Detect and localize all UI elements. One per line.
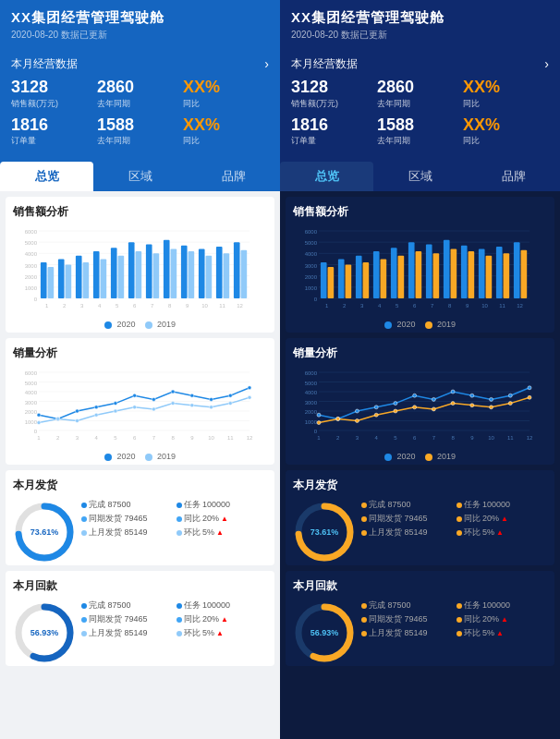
tab-品牌[interactable]: 品牌 [187,162,280,191]
collection-stat-item: 完成 87500 [361,600,453,612]
delivery-stat-item: 同比 20% ▲ [177,513,268,525]
legend-item: 2020 [104,320,136,329]
svg-rect-35 [164,240,170,298]
svg-text:9: 9 [190,435,194,441]
tabs: 总览 区域 品牌 [0,162,280,191]
svg-text:5000: 5000 [25,240,38,246]
svg-point-194 [317,421,321,425]
collection-content: 56.93% 完成 87500 任务 100000 同期发货 79465 同比 … [13,600,267,662]
collection-stat-item: 环比 5% ▲ [177,627,268,639]
svg-rect-126 [356,256,362,298]
svg-rect-26 [111,248,117,298]
svg-rect-17 [58,260,65,299]
svg-point-203 [490,406,493,409]
svg-text:7: 7 [152,435,156,441]
delivery-stat-item: 完成 87500 [361,499,453,511]
stat-value: XX% [463,115,549,136]
svg-rect-139 [433,254,440,299]
stat-item: 1588 去年同期 [97,115,183,148]
svg-text:8: 8 [448,303,452,309]
collection-stat-item: 同比 20% ▲ [457,613,548,625]
header: XX集团经营管理驾驶舱 2020-08-20 数据已更新 [280,0,560,49]
svg-point-176 [374,406,378,409]
svg-rect-18 [66,265,72,299]
svg-rect-130 [381,260,387,299]
svg-text:7: 7 [431,303,434,309]
stat-value: 2860 [377,78,463,98]
svg-point-86 [248,386,251,390]
stat-label: 订单量 [11,135,97,147]
svg-text:5: 5 [394,435,397,441]
volume-chart-legend: 2020 2019 [13,452,267,461]
svg-text:2: 2 [343,303,347,309]
svg-rect-21 [83,262,90,298]
svg-point-170 [317,413,321,417]
stat-label: 去年同期 [377,98,463,110]
collection-stat-item: 上月发货 85149 [81,627,173,639]
svg-text:2000: 2000 [305,409,318,415]
svg-point-97 [210,406,213,409]
svg-text:2: 2 [56,435,60,441]
svg-rect-124 [346,265,352,299]
stat-value: 1588 [97,115,183,136]
collection-section: 本月回款 56.93% 完成 87500 任务 100000 同期发货 7946… [6,571,274,666]
svg-point-93 [133,406,137,409]
svg-text:4000: 4000 [25,252,38,258]
svg-text:73.61%: 73.61% [310,527,339,537]
collection-stat-item: 任务 100000 [457,600,548,612]
stats-arrow-icon[interactable]: › [544,56,549,71]
svg-text:12: 12 [247,435,253,441]
stats-row: 3128 销售额(万元) 2860 去年同期 XX% 同比 [11,78,269,110]
svg-text:3: 3 [76,435,79,441]
delivery-stat-item: 完成 87500 [81,499,173,511]
tab-区域[interactable]: 区域 [373,162,467,191]
volume-analysis-title: 销量分析 [293,345,547,361]
svg-text:7: 7 [432,435,436,441]
svg-point-95 [171,402,175,406]
tab-总览[interactable]: 总览 [280,162,373,191]
stat-item: XX% 同比 [183,78,269,110]
collection-stat-item: 上月发货 85149 [361,627,453,639]
stat-label: 去年同期 [97,135,183,147]
svg-point-200 [432,407,435,411]
collection-stats-list: 完成 87500 任务 100000 同期发货 79465 同比 20% ▲ 上… [361,600,547,639]
svg-text:4000: 4000 [25,390,38,395]
svg-text:5000: 5000 [305,381,318,386]
tab-总览[interactable]: 总览 [0,162,93,191]
volume-analysis-section: 销量分析 01000200030004000500060001234567891… [6,338,274,465]
svg-point-202 [470,404,474,407]
sales-bar-chart: 0100020003000400050006000123456789101112 [293,225,547,318]
svg-text:3000: 3000 [25,263,38,269]
svg-text:6000: 6000 [25,370,38,376]
svg-text:0: 0 [34,429,38,434]
delivery-section: 本月发货 73.61% 完成 87500 任务 100000 同期发货 7946… [286,470,554,565]
svg-point-68 [75,409,79,413]
svg-text:8: 8 [171,435,175,441]
svg-text:1000: 1000 [25,419,38,425]
svg-text:6000: 6000 [305,229,318,235]
svg-rect-141 [444,240,450,298]
svg-rect-135 [408,242,415,298]
collection-gauge: 56.93% [13,600,76,662]
svg-rect-29 [128,242,135,298]
stat-label: 销售额(万元) [11,98,97,110]
stats-arrow-icon[interactable]: › [264,56,269,71]
svg-rect-42 [206,256,213,298]
svg-text:1000: 1000 [25,285,38,291]
stat-item: 3128 销售额(万元) [11,78,97,110]
delivery-section: 本月发货 73.61% 完成 87500 任务 100000 同期发货 7946… [6,470,274,565]
svg-rect-147 [479,249,485,299]
tab-品牌[interactable]: 品牌 [467,162,560,191]
svg-point-78 [171,390,175,394]
tab-区域[interactable]: 区域 [93,162,187,191]
stat-label: 同比 [183,98,269,110]
panel-dark: XX集团经营管理驾驶舱 2020-08-20 数据已更新 本月经营数据 › 31… [280,0,560,739]
stat-label: 销售额(万元) [291,98,377,110]
svg-text:11: 11 [507,435,514,441]
stat-item: XX% 同比 [463,115,549,148]
svg-rect-32 [146,245,152,298]
delivery-stat-item: 任务 100000 [457,499,548,511]
svg-text:0: 0 [34,297,38,302]
svg-text:12: 12 [237,303,243,309]
svg-point-192 [528,386,531,390]
